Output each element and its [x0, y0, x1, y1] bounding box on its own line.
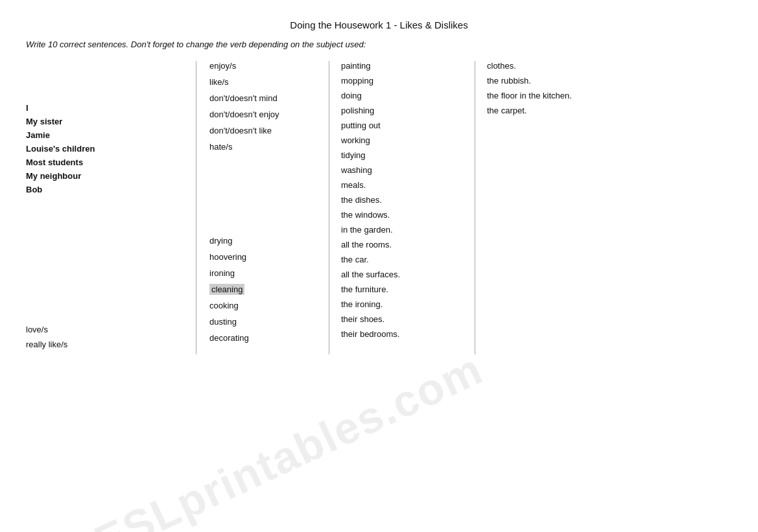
divider-3 [475, 61, 475, 354]
divider-2 [329, 61, 329, 354]
act-the-ironing: the ironing. [341, 299, 467, 309]
verb-cleaning: cleaning [209, 284, 321, 294]
verb-drying: drying [209, 236, 321, 246]
verb-hates: hate/s [209, 142, 321, 152]
subject-I: I [26, 103, 188, 113]
act-mopping: mopping [341, 76, 467, 86]
watermark: ESLprintables.com [87, 343, 490, 532]
act-the-dishes: the dishes. [341, 195, 467, 205]
main-layout: I My sister Jamie Louise's children Most… [26, 61, 732, 354]
obj-floor-kitchen: the floor in the kitchen. [487, 91, 619, 100]
extra-verb-love: love/s [26, 325, 188, 334]
subjects-column: I My sister Jamie Louise's children Most… [26, 61, 195, 354]
verb-doesnt-enjoy: don't/doesn't enjoy [209, 110, 321, 119]
act-all-the-surfaces: all the surfaces. [341, 270, 467, 279]
extra-verb-really-like: really like/s [26, 340, 188, 349]
obj-clothes: clothes. [487, 61, 619, 71]
page-title: Doing the Housework 1 - Likes & Dislikes [26, 19, 732, 30]
obj-the-rubbish: the rubbish. [487, 76, 619, 86]
page: Doing the Housework 1 - Likes & Dislikes… [0, 0, 758, 532]
act-polishing: polishing [341, 106, 467, 115]
verb-cooking: cooking [209, 301, 321, 310]
act-painting: painting [341, 61, 467, 71]
act-doing: doing [341, 91, 467, 100]
act-all-the-rooms: all the rooms. [341, 240, 467, 249]
subject-bob: Bob [26, 185, 188, 194]
verb-likes: like/s [209, 77, 321, 87]
verbs-column: enjoy/s like/s don't/doesn't mind don't/… [198, 61, 327, 354]
act-putting-out: putting out [341, 121, 467, 130]
verb-ironing: ironing [209, 268, 321, 278]
obj-the-carpet: the carpet. [487, 106, 619, 115]
act-the-furniture: the furniture. [341, 284, 467, 294]
act-the-car: the car. [341, 255, 467, 264]
act-their-bedrooms: their bedrooms. [341, 329, 467, 339]
cleaning-highlight: cleaning [209, 284, 244, 295]
act-their-shoes: their shoes. [341, 314, 467, 324]
activities-column: painting mopping doing polishing putting… [331, 61, 473, 354]
act-meals: meals. [341, 180, 467, 190]
act-the-windows: the windows. [341, 210, 467, 220]
verb-enjoys: enjoy/s [209, 61, 321, 71]
verb-doesnt-mind: don't/doesn't mind [209, 93, 321, 103]
act-working: working [341, 135, 467, 145]
subject-louises-children: Louise's children [26, 144, 188, 154]
subject-most-students: Most students [26, 157, 188, 167]
verb-doesnt-like: don't/doesn't like [209, 126, 321, 135]
act-in-the-garden: in the garden. [341, 225, 467, 235]
subject-my-neighbour: My neighbour [26, 171, 188, 181]
verb-dusting: dusting [209, 317, 321, 327]
divider-1 [196, 61, 196, 354]
verb-gap [209, 158, 321, 236]
subject-my-sister: My sister [26, 117, 188, 126]
verb-hoovering: hoovering [209, 252, 321, 262]
verb-decorating: decorating [209, 333, 321, 343]
act-tidying: tidying [341, 150, 467, 160]
act-washing: washing [341, 165, 467, 175]
subject-jamie: Jamie [26, 130, 188, 140]
instructions: Write 10 correct sentences. Don't forget… [26, 40, 732, 49]
objects-column: clothes. the rubbish. the floor in the k… [477, 61, 619, 354]
